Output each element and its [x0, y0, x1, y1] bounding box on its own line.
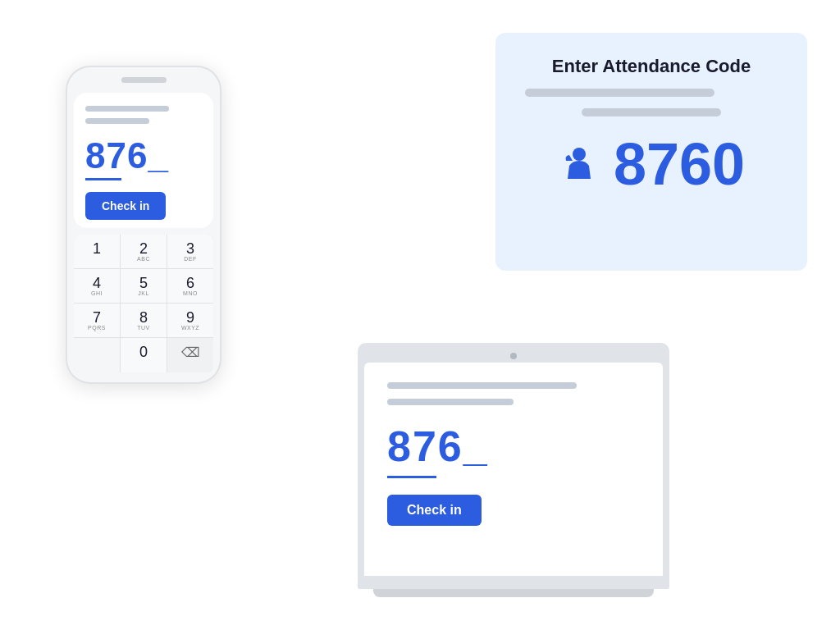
- laptop-checkin-button[interactable]: Check in: [387, 495, 482, 526]
- laptop-foot: [373, 589, 654, 597]
- display-line-2: [582, 108, 720, 116]
- key-backspace[interactable]: ⌫: [167, 338, 213, 372]
- key-empty-left: [74, 338, 120, 372]
- laptop-wrapper: 876_ Check in: [358, 343, 669, 597]
- key-1[interactable]: 1: [74, 235, 120, 268]
- display-line-1: [525, 89, 714, 97]
- attendance-code-title: Enter Attendance Code: [525, 56, 778, 77]
- backspace-icon: ⌫: [181, 345, 200, 360]
- key-6[interactable]: 6 MNO: [167, 269, 213, 303]
- laptop-screen-outer: 876_ Check in: [358, 343, 669, 576]
- key-7[interactable]: 7 PQRS: [74, 304, 120, 337]
- phone-checkin-button[interactable]: Check in: [85, 192, 166, 220]
- phone-notch: [121, 77, 167, 83]
- phone-screen: 876_ Check in: [74, 93, 213, 228]
- svg-point-0: [573, 148, 586, 161]
- laptop-base: [358, 576, 669, 589]
- key-2[interactable]: 2 ABC: [121, 235, 167, 268]
- presenter-icon: [558, 143, 600, 185]
- display-card: Enter Attendance Code 8760: [495, 33, 807, 271]
- phone-keypad: 1 2 ABC 3 DEF 4 GHI 5 JKL 6 MNO: [74, 235, 213, 372]
- phone: 876_ Check in 1 2 ABC 3 DEF 4 GHI 5: [66, 66, 221, 384]
- key-8[interactable]: 8 TUV: [121, 304, 167, 337]
- laptop-camera: [510, 353, 517, 359]
- laptop-code-underline: [387, 476, 436, 478]
- key-4[interactable]: 4 GHI: [74, 269, 120, 303]
- phone-code: 876_: [85, 135, 202, 176]
- laptop: 876_ Check in: [358, 343, 669, 597]
- phone-bar-2: [85, 118, 149, 124]
- phone-wrapper: 876_ Check in 1 2 ABC 3 DEF 4 GHI 5: [66, 66, 221, 384]
- key-0[interactable]: 0: [121, 338, 167, 372]
- key-9[interactable]: 9 WXYZ: [167, 304, 213, 337]
- phone-code-underline: [85, 178, 121, 180]
- phone-bar-1: [85, 106, 169, 112]
- laptop-code: 876_: [387, 422, 640, 471]
- laptop-screen: 876_ Check in: [364, 363, 663, 576]
- key-5[interactable]: 5 JKL: [121, 269, 167, 303]
- laptop-bar-1: [387, 382, 577, 389]
- display-code-row: 8760: [525, 135, 778, 194]
- key-3[interactable]: 3 DEF: [167, 235, 213, 268]
- display-code: 8760: [614, 135, 745, 194]
- laptop-bar-2: [387, 399, 514, 405]
